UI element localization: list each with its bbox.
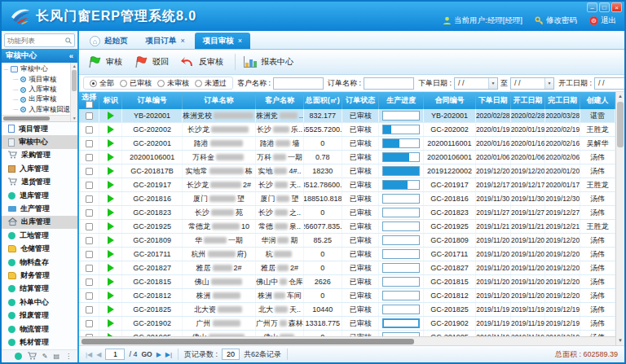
tree-node-0[interactable]: ·─项目审核 xyxy=(2,74,70,84)
cell-select[interactable] xyxy=(79,317,99,330)
vertical-scroll-thumb[interactable] xyxy=(617,102,624,147)
next-page-button[interactable]: ▶ xyxy=(156,351,161,358)
row-checkbox[interactable] xyxy=(86,140,93,147)
column-header-12[interactable]: 创建人 xyxy=(580,92,615,109)
sidebar-item-0[interactable]: 项目管理 xyxy=(2,122,77,135)
row-checkbox[interactable] xyxy=(86,195,93,203)
radio-icon[interactable] xyxy=(90,80,97,87)
more-icon[interactable]: ⋮ xyxy=(65,353,72,360)
table-row[interactable]: GC-201905佛山佛山0已审核GC-2019052019/11/192019… xyxy=(79,331,615,336)
sidebar-item-13[interactable]: 补单中心 xyxy=(2,296,77,309)
cell-select[interactable] xyxy=(79,192,99,205)
logout-button[interactable]: ⏻ 退出 xyxy=(589,15,616,26)
report-center-button[interactable]: 报表中心 xyxy=(240,54,300,70)
row-checkbox[interactable] xyxy=(86,320,93,327)
cell-select[interactable] xyxy=(79,331,99,336)
column-header-3[interactable]: 订单名称 xyxy=(183,92,256,109)
collapse-icon[interactable]: « xyxy=(69,51,73,60)
sidebar-item-2[interactable]: 采购管理 xyxy=(2,149,77,162)
column-header-11[interactable]: 完工日期 xyxy=(545,92,580,109)
scroll-down-icon[interactable]: ▼ xyxy=(71,115,77,121)
cell-select[interactable] xyxy=(79,234,99,247)
status-radio-0[interactable]: 全部 xyxy=(90,78,114,89)
horizontal-scrollbar[interactable] xyxy=(79,336,615,345)
cell-select[interactable] xyxy=(79,206,99,219)
row-checkbox[interactable] xyxy=(86,265,93,272)
close-button[interactable]: × xyxy=(611,2,622,12)
table-row[interactable]: GC-201817B实地常栋实地4#..18230已审核201912200022… xyxy=(79,164,615,178)
sidebar-item-10[interactable]: 物料盘存 xyxy=(2,256,77,269)
table-row[interactable]: GC-201815佛山佛山中仓库2626已审核GC-2018152019/11/… xyxy=(79,275,615,289)
row-checkbox[interactable] xyxy=(86,251,93,258)
row-checkbox[interactable] xyxy=(86,237,93,244)
tree-node-root[interactable]: ─审核中心 xyxy=(2,64,70,74)
order-name-input[interactable] xyxy=(364,77,414,90)
radio-icon[interactable] xyxy=(195,80,202,87)
sidebar-item-3[interactable]: 入库管理 xyxy=(2,162,77,175)
sidebar-item-12[interactable]: 结算管理 xyxy=(2,283,77,296)
audit-button[interactable]: 审核 xyxy=(84,53,129,71)
unaudit-button[interactable]: 反审核 xyxy=(177,53,230,71)
sidebar-item-4[interactable]: 退货管理 xyxy=(2,176,77,189)
row-checkbox[interactable] xyxy=(86,292,93,300)
column-header-9[interactable]: 下单日期 xyxy=(476,92,511,109)
cell-select[interactable] xyxy=(79,303,99,316)
sidebar-search-input[interactable] xyxy=(7,37,65,45)
last-page-button[interactable]: ▶| xyxy=(165,351,172,358)
page-number-input[interactable] xyxy=(105,349,125,360)
cell-select[interactable] xyxy=(79,289,99,302)
cell-select[interactable] xyxy=(79,137,99,150)
table-row[interactable]: GC-202002长沙龙长沙乐..65525.7200..已审核GC-20200… xyxy=(79,123,615,137)
table-row[interactable]: GC-201902广州广州万森林13318.775已审核GC-201902201… xyxy=(79,317,615,331)
radio-icon[interactable] xyxy=(157,80,165,87)
tree-vertical-scrollbar[interactable]: ▲ ▼ xyxy=(70,63,77,121)
tree-node-3[interactable]: ·─入库审核回退 xyxy=(2,105,70,115)
dropdown-icon[interactable]: ▼ xyxy=(544,78,553,89)
cell-select[interactable] xyxy=(79,151,99,164)
tab-2[interactable]: 项目审核× xyxy=(195,33,250,49)
row-checkbox[interactable] xyxy=(86,209,93,217)
tree-node-1[interactable]: ·─入库审核 xyxy=(2,85,70,94)
table-row[interactable]: GC-201917长沙龙2#长沙天..8512.78600..已审核GC-201… xyxy=(79,178,615,192)
order-date-to-picker[interactable]: / /▼ xyxy=(510,77,554,90)
status-radio-1[interactable]: 已审核 xyxy=(120,78,152,89)
maximize-button[interactable]: □ xyxy=(599,2,610,12)
sidebar-item-1[interactable]: 审核中心 xyxy=(2,135,77,148)
close-tab-icon[interactable]: × xyxy=(181,37,185,45)
close-tab-icon[interactable]: × xyxy=(238,37,242,45)
sidebar-panel-header[interactable]: 审核中心 « xyxy=(2,49,77,63)
radio-icon[interactable] xyxy=(120,80,127,87)
select-all-checkbox[interactable] xyxy=(86,101,93,108)
cell-select[interactable] xyxy=(79,220,99,233)
row-checkbox[interactable] xyxy=(86,306,93,314)
table-row[interactable]: GC-202001路港路港墙0已审核202001160012020/01/162… xyxy=(79,137,615,151)
start-date-picker[interactable]: / /▼ xyxy=(594,77,624,90)
table-row[interactable]: YB-202001株洲党校株洲党..832.177已审核YB-202001202… xyxy=(79,109,615,123)
table-row[interactable]: GC-201711杭州府)杭0已审核GC-2017112019/11/20201… xyxy=(79,248,615,261)
change-password-button[interactable]: 修改密码 xyxy=(535,15,577,26)
vertical-scrollbar[interactable]: ▲ ▼ xyxy=(615,92,624,345)
column-header-7[interactable]: 生产进度 xyxy=(379,92,424,109)
table-row[interactable]: GC-201827雅居2#雅居2#0已审核GC-2018272019/11/20… xyxy=(79,261,615,275)
scroll-up-icon[interactable]: ▲ xyxy=(616,92,624,101)
row-checkbox[interactable] xyxy=(86,154,93,161)
tab-1[interactable]: 项目订单× xyxy=(138,33,193,49)
dropdown-icon[interactable]: ▼ xyxy=(488,78,497,89)
cell-select[interactable] xyxy=(79,123,99,136)
table-row[interactable]: GC-201825北大资北大天..10440已审核GC-2018252019/1… xyxy=(79,303,615,317)
sidebar-item-16[interactable]: 耗材管理 xyxy=(2,335,77,349)
scroll-up-icon[interactable]: ▲ xyxy=(71,63,77,69)
row-checkbox[interactable] xyxy=(86,168,93,175)
column-header-8[interactable]: 合同编号 xyxy=(424,92,476,109)
cell-select[interactable] xyxy=(79,164,99,178)
sidebar-item-5[interactable]: 退库管理 xyxy=(2,189,77,202)
customer-name-input[interactable] xyxy=(273,77,324,90)
column-header-4[interactable]: 客户名称 xyxy=(256,92,304,109)
table-row[interactable]: 20200106001万科金万科一期0.78已审核202001060012020… xyxy=(79,151,615,164)
minimize-button[interactable]: – xyxy=(587,2,597,12)
tree-horizontal-scrollbar[interactable] xyxy=(2,115,70,121)
column-header-6[interactable]: 订单状态 xyxy=(342,92,379,109)
go-button[interactable]: GO xyxy=(141,350,152,358)
tab-0[interactable]: ⌂起始页 xyxy=(82,33,136,49)
tree-node-2[interactable]: ·─出库审核 xyxy=(2,94,70,104)
